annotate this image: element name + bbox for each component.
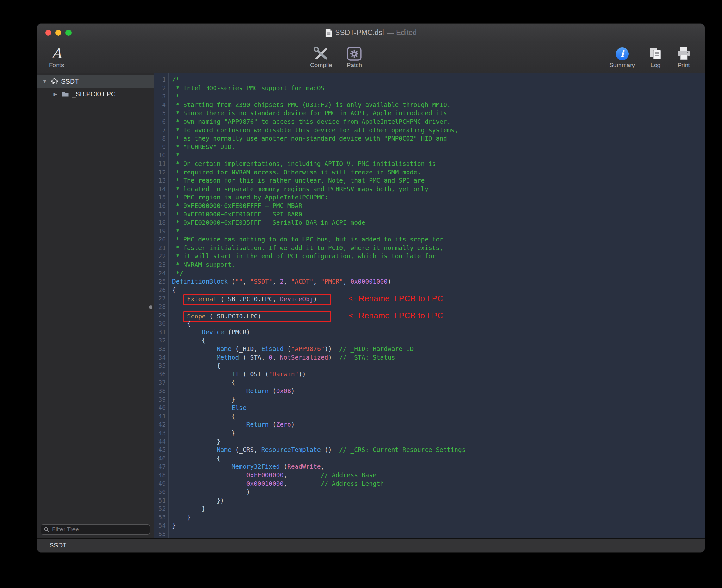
code-line: } bbox=[172, 505, 705, 513]
filter-tree-input[interactable] bbox=[41, 524, 150, 534]
line-number: 14 bbox=[154, 185, 166, 194]
code-area[interactable]: /* * Intel 300-series PMC support for ma… bbox=[169, 73, 705, 538]
sidebar-item-SSDT[interactable]: ▼SSDT bbox=[37, 75, 154, 88]
main-content: ▼SSDT▶_SB.PCI0.LPC 123456789101112131415… bbox=[37, 73, 705, 538]
code-line: * bbox=[172, 151, 705, 160]
compile-tools-icon bbox=[313, 45, 330, 61]
code-line: * bbox=[172, 227, 705, 236]
code-line: Else bbox=[172, 404, 705, 412]
sidebar: ▼SSDT▶_SB.PCI0.LPC bbox=[37, 73, 154, 538]
code-line: 0xFE000000, // Address Base bbox=[172, 471, 705, 480]
code-line: * PMC region is used by AppleIntelPCHPMC… bbox=[172, 193, 705, 202]
code-line: If (_OSI ("Darwin")) bbox=[172, 370, 705, 379]
line-number: 23 bbox=[154, 261, 166, 269]
line-number: 12 bbox=[154, 168, 166, 177]
rename-annotation: <- Rename LPCB to LPC bbox=[349, 311, 443, 320]
traffic-lights bbox=[37, 30, 71, 36]
line-number: 41 bbox=[154, 412, 166, 421]
code-line: Method (_STA, 0, NotSerialized) // _STA:… bbox=[172, 354, 705, 362]
document-icon bbox=[325, 28, 332, 37]
sidebar-item-label: SSDT bbox=[61, 78, 79, 85]
code-line: }) bbox=[172, 497, 705, 505]
disclosure-collapsed-icon[interactable]: ▶ bbox=[52, 91, 59, 97]
title-bar[interactable]: SSDT-PMC.dsl — Edited bbox=[37, 24, 705, 42]
print-button[interactable]: Print bbox=[676, 45, 691, 69]
line-number: 46 bbox=[154, 455, 166, 463]
line-number: 22 bbox=[154, 252, 166, 261]
line-number: 18 bbox=[154, 219, 166, 227]
code-line: */ bbox=[172, 269, 705, 278]
disclosure-expanded-icon[interactable]: ▼ bbox=[41, 79, 48, 84]
line-number: 24 bbox=[154, 269, 166, 278]
title-edited-suffix: — Edited bbox=[387, 28, 417, 37]
code-line: } bbox=[172, 396, 705, 404]
line-number: 5 bbox=[154, 109, 166, 118]
code-line: * it will start in the end of PCI config… bbox=[172, 252, 705, 261]
line-number: 44 bbox=[154, 438, 166, 446]
red-highlight-box: External (_SB_.PCI0.LPC, DeviceObj) bbox=[183, 294, 331, 306]
line-number: 20 bbox=[154, 235, 166, 244]
line-number: 47 bbox=[154, 463, 166, 471]
code-line: * located in separate memory regions and… bbox=[172, 185, 705, 194]
line-number: 10 bbox=[154, 151, 166, 160]
code-line bbox=[172, 530, 705, 538]
code-line: { bbox=[172, 412, 705, 421]
status-bar: SSDT bbox=[37, 538, 705, 552]
code-line: * faster initialisation. If we add it to… bbox=[172, 244, 705, 253]
minimize-button[interactable] bbox=[55, 30, 61, 36]
code-line: * 0xFE020000~0xFE035FFF — SerialIo BAR i… bbox=[172, 219, 705, 227]
line-number: 19 bbox=[154, 227, 166, 236]
code-editor[interactable]: 1234567891011121314151617181920212223242… bbox=[154, 73, 705, 538]
sidebar-item-label: _SB.PCI0.LPC bbox=[72, 90, 116, 98]
code-line: * The reason for this is rather unclear.… bbox=[172, 176, 705, 185]
code-line: * as they normally use another non-stand… bbox=[172, 134, 705, 143]
line-number: 34 bbox=[154, 354, 166, 362]
line-number: 39 bbox=[154, 396, 166, 404]
status-bar-text: SSDT bbox=[50, 542, 66, 549]
line-number: 53 bbox=[154, 513, 166, 522]
code-line: { bbox=[172, 286, 705, 295]
code-line: Return (0x0B) bbox=[172, 387, 705, 396]
line-number: 26 bbox=[154, 286, 166, 295]
sidebar-item-_SB.PCI0.LPC[interactable]: ▶_SB.PCI0.LPC bbox=[37, 88, 154, 100]
code-line: * "PCHRESV" UID. bbox=[172, 143, 705, 152]
log-button[interactable]: Log bbox=[648, 45, 663, 69]
line-number: 30 bbox=[154, 320, 166, 328]
patch-label: Patch bbox=[347, 62, 362, 69]
code-line: * own naming "APP9876" to access this de… bbox=[172, 118, 705, 126]
code-line: * On certain implementations, including … bbox=[172, 160, 705, 168]
code-line: * Since there is no standard device for … bbox=[172, 109, 705, 118]
code-line: } bbox=[172, 438, 705, 446]
line-number: 2 bbox=[154, 84, 166, 93]
log-label: Log bbox=[651, 62, 661, 69]
line-number: 31 bbox=[154, 328, 166, 337]
line-number: 17 bbox=[154, 210, 166, 219]
fonts-button[interactable]: A Fonts bbox=[49, 45, 64, 69]
rename-annotation: <- Rename LPCB to LPC bbox=[349, 294, 443, 303]
compile-button[interactable]: Compile bbox=[310, 45, 332, 69]
window-title: SSDT-PMC.dsl — Edited bbox=[37, 24, 705, 42]
compile-label: Compile bbox=[310, 62, 332, 69]
line-number: 1 bbox=[154, 76, 166, 84]
code-line: } bbox=[172, 429, 705, 438]
line-number-gutter: 1234567891011121314151617181920212223242… bbox=[154, 73, 169, 538]
zoom-button[interactable] bbox=[65, 30, 71, 36]
line-number: 50 bbox=[154, 488, 166, 497]
folder-icon bbox=[61, 91, 69, 97]
line-number: 36 bbox=[154, 370, 166, 379]
summary-button[interactable]: i Summary bbox=[609, 45, 635, 69]
line-number: 43 bbox=[154, 429, 166, 438]
code-line: { bbox=[172, 455, 705, 463]
line-number: 32 bbox=[154, 336, 166, 345]
code-line: * PMC device has nothing to do to LPC bu… bbox=[172, 235, 705, 244]
code-line: ) bbox=[172, 488, 705, 497]
code-line: Scope (_SB.PCI0.LPC)<- Rename LPCB to LP… bbox=[172, 311, 705, 320]
line-number: 4 bbox=[154, 101, 166, 109]
patch-button[interactable]: Patch bbox=[347, 45, 362, 69]
code-line: Return (Zero) bbox=[172, 421, 705, 429]
log-pages-icon bbox=[648, 45, 663, 61]
toolbar: A Fonts Compile bbox=[37, 42, 705, 73]
line-number: 35 bbox=[154, 362, 166, 370]
line-number: 15 bbox=[154, 193, 166, 202]
close-button[interactable] bbox=[45, 30, 51, 36]
